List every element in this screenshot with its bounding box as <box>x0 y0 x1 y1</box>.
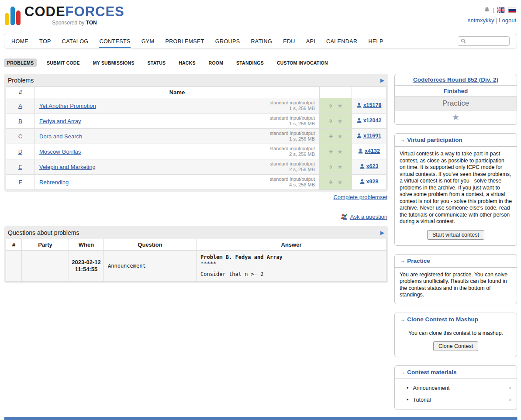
solved-count-link[interactable]: x12042 <box>357 117 382 124</box>
problem-name-link[interactable]: Fedya and Array <box>39 118 81 124</box>
nav-item-calendar[interactable]: CALENDAR <box>326 34 357 48</box>
subnav-item-my-submissions[interactable]: MY SUBMISSIONS <box>90 59 138 67</box>
complete-problemset-link[interactable]: Complete problemset <box>333 194 387 200</box>
ask-question-link[interactable]: Ask a question <box>350 213 387 220</box>
solved-count-link[interactable]: x15178 <box>357 102 382 108</box>
expand-arrow-icon[interactable]: ▶ <box>380 230 384 236</box>
solved-count-link[interactable]: x928 <box>360 179 379 185</box>
sponsored-line: Sponsored by TON <box>24 20 124 26</box>
problem-name-link[interactable]: Yet Another Promotion <box>39 103 96 109</box>
nav-item-edu[interactable]: EDU <box>283 34 295 48</box>
questions-col-when: When <box>69 239 104 251</box>
page: CODEFORCES Sponsored by TON | <box>4 0 517 418</box>
header: CODEFORCES Sponsored by TON | <box>4 3 517 29</box>
nav-item-catalog[interactable]: CATALOG <box>62 34 89 48</box>
favorite-star-icon[interactable]: ★ <box>337 102 343 109</box>
problem-letter-link[interactable]: B <box>18 118 22 124</box>
submit-solution-icon[interactable]: ✈ <box>328 103 333 109</box>
favorite-star-icon[interactable]: ★ <box>337 148 343 155</box>
nav-item-gym[interactable]: GYM <box>141 34 155 48</box>
nav-item-home[interactable]: HOME <box>11 34 28 48</box>
logo-bar-red <box>16 10 21 25</box>
material-item: • Tutorial × <box>395 394 517 406</box>
questions-header-row: # Party When Question Answer <box>6 239 386 251</box>
submit-solution-icon[interactable]: ✈ <box>328 133 333 140</box>
contest-title-link[interactable]: Codeforces Round 852 (Div. 2) <box>413 76 498 83</box>
favorite-star-icon[interactable]: ★ <box>337 117 343 124</box>
nav-item-rating[interactable]: RATING <box>251 34 272 48</box>
main-menu: HOME TOP CATALOG CONTESTS GYM PROBLEMSET… <box>4 33 517 49</box>
problem-letter-link[interactable]: E <box>18 164 22 170</box>
questions-box: Questions about problems ▶ # Party When … <box>4 226 388 283</box>
content: Problems ▶ # Name A <box>4 74 517 418</box>
material-tutorial-link[interactable]: Tutorial <box>413 397 508 403</box>
dismiss-cross-icon[interactable]: × <box>508 385 512 391</box>
logout-link[interactable]: Logout <box>499 17 516 24</box>
search-input[interactable] <box>468 38 507 45</box>
clone-contest-button[interactable]: Clone Contest <box>433 341 478 351</box>
problem-letter-link[interactable]: A <box>18 103 22 109</box>
search-box[interactable] <box>458 36 510 46</box>
solved-count-link[interactable]: x11691 <box>357 133 381 139</box>
submit-solution-icon[interactable]: ✈ <box>328 148 333 155</box>
problem-row: A Yet Another Promotion standard input/o… <box>6 98 386 114</box>
favorite-star-icon[interactable]: ★ <box>337 133 343 140</box>
notifications-bell-icon[interactable] <box>484 7 490 13</box>
sponsored-prefix: Sponsored by <box>52 20 84 26</box>
problem-row: C Dora and Search standard input/output1… <box>6 129 386 144</box>
subnav-item-custom-invocation[interactable]: CUSTOM INVOCATION <box>274 59 331 67</box>
favorite-star-icon[interactable]: ★ <box>337 179 343 186</box>
subnav-item-submit-code[interactable]: SUBMIT CODE <box>44 59 83 67</box>
subnav-item-problems[interactable]: PROBLEMS <box>4 59 37 67</box>
language-english-flag-icon[interactable] <box>497 7 505 13</box>
material-announcement-link[interactable]: Announcement <box>413 385 508 391</box>
codeforces-logo[interactable]: CODEFORCES Sponsored by TON <box>5 5 124 26</box>
logo-bar-yellow <box>5 13 9 25</box>
clone-mashup-box: → Clone Contest to Mashup You can clone … <box>394 313 517 358</box>
problem-accepted-cell: ✈★ <box>320 129 352 144</box>
logo-text: CODEFORCES Sponsored by TON <box>24 5 124 26</box>
nav-item-top[interactable]: TOP <box>39 34 51 48</box>
subnav-item-hacks[interactable]: HACKS <box>176 59 198 67</box>
problem-name-link[interactable]: Rebrending <box>39 179 69 186</box>
nav-item-help[interactable]: HELP <box>368 34 383 48</box>
submit-solution-icon[interactable]: ✈ <box>328 164 333 170</box>
problems-box: Problems ▶ # Name A <box>4 74 388 192</box>
language-russian-flag-icon[interactable] <box>508 7 516 13</box>
problem-letter-link[interactable]: D <box>18 148 22 155</box>
favorite-star-icon[interactable]: ★ <box>337 163 343 170</box>
problem-name-link[interactable]: Dora and Search <box>39 133 82 140</box>
submit-solution-icon[interactable]: ✈ <box>328 179 333 186</box>
username-link[interactable]: sntmxykky <box>468 17 494 24</box>
solved-count-link[interactable]: x623 <box>360 163 379 169</box>
solvers-person-icon <box>358 148 363 154</box>
problems-col-actions <box>320 87 352 98</box>
expand-arrow-icon[interactable]: ▶ <box>380 77 384 83</box>
nav-item-groups[interactable]: GROUPS <box>215 34 240 48</box>
user-row: sntmxykky | Logout <box>468 17 516 24</box>
problems-col-name: Name <box>35 87 320 98</box>
nav-item-contests[interactable]: CONTESTS <box>99 34 130 48</box>
problem-accepted-cell: ✈★ <box>320 114 352 129</box>
ask-question-icon[interactable] <box>340 213 348 220</box>
nav-item-problemset[interactable]: PROBLEMSET <box>165 34 204 48</box>
questions-col-answer: Answer <box>197 239 386 251</box>
problem-name-link[interactable]: Moscow Gorillas <box>39 148 81 155</box>
submit-solution-icon[interactable]: ✈ <box>328 118 333 124</box>
nav-item-api[interactable]: API <box>306 34 315 48</box>
problem-letter-link[interactable]: C <box>18 133 22 140</box>
problem-name-link[interactable]: Velepin and Marketing <box>39 164 96 170</box>
question-num-cell <box>6 251 22 282</box>
start-virtual-contest-button[interactable]: Start virtual contest <box>427 230 484 240</box>
question-text-cell: Announcement <box>104 251 197 282</box>
solved-count-link[interactable]: x4132 <box>358 148 380 154</box>
problem-accepted-cell: ✈★ <box>320 144 352 159</box>
contest-subnav: PROBLEMS SUBMIT CODE MY SUBMISSIONS STAT… <box>4 59 517 67</box>
contest-favorite-star-icon[interactable]: ★ <box>395 110 517 124</box>
subnav-item-standings[interactable]: STANDINGS <box>233 59 267 67</box>
dismiss-cross-icon[interactable]: × <box>508 396 512 403</box>
clone-mashup-text: You can clone this contest to a mashup. <box>395 326 517 340</box>
subnav-item-room[interactable]: ROOM <box>206 59 226 67</box>
subnav-item-status[interactable]: STATUS <box>145 59 169 67</box>
problem-letter-link[interactable]: F <box>19 179 22 186</box>
